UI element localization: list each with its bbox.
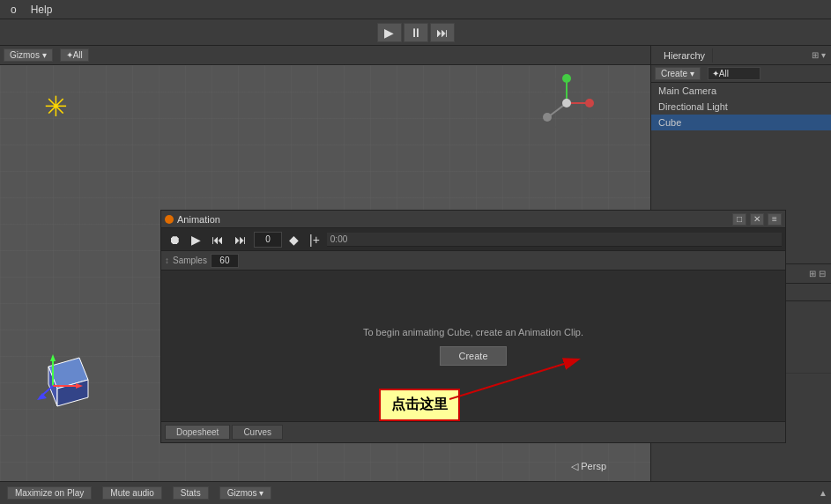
- gizmos-status-button[interactable]: Gizmos ▾: [219, 486, 272, 500]
- animation-header: Animation □ ✕ ≡: [161, 211, 785, 228]
- hierarchy-search[interactable]: [708, 67, 761, 80]
- annotation-box: 点击这里: [379, 389, 460, 421]
- gizmo-navigator[interactable]: Y X Z: [536, 72, 597, 134]
- expand-icon[interactable]: ▲: [819, 488, 827, 498]
- animation-header-buttons: □ ✕ ≡: [732, 213, 782, 226]
- hierarchy-toolbar: Create ▾: [651, 65, 831, 83]
- status-bar: ▲ Maximize on Play Mute audio Stats Gizm…: [0, 481, 831, 504]
- scene-toolbar: Gizmos ▾ ✦All: [0, 46, 650, 65]
- anim-prev-button[interactable]: ⏮: [208, 231, 227, 248]
- svg-text:Y: Y: [563, 75, 568, 83]
- anim-dopesheet-tab[interactable]: Dopesheet: [165, 425, 230, 440]
- cube-object: [35, 349, 97, 411]
- anim-next-button[interactable]: ⏭: [231, 231, 250, 248]
- toolbar: ▶ ⏸ ⏭: [0, 19, 831, 46]
- anim-record-button[interactable]: ⏺: [165, 231, 184, 248]
- anim-curves-tab[interactable]: Curves: [232, 425, 283, 440]
- svg-text:X: X: [586, 100, 591, 107]
- svg-point-19: [562, 99, 571, 107]
- sun-icon: ✳: [44, 90, 68, 123]
- animation-menu-button[interactable]: ≡: [768, 213, 782, 226]
- hierarchy-item-main-camera[interactable]: Main Camera: [651, 83, 831, 99]
- persp-label: ◁ Persp: [571, 461, 606, 472]
- mute-audio-button[interactable]: Mute audio: [102, 486, 161, 500]
- svg-marker-4: [50, 354, 56, 361]
- animation-bottom: Dopesheet Curves: [161, 421, 785, 442]
- menu-window[interactable]: o: [4, 2, 24, 18]
- svg-marker-8: [37, 393, 47, 400]
- animation-toolbar: ⏺ ▶ ⏮ ⏭ ◆ |+ 0:00: [161, 228, 785, 251]
- animation-timeline-ruler: 0:00: [327, 233, 782, 247]
- anim-keyframe-button[interactable]: ◆: [286, 231, 302, 248]
- svg-text:Z: Z: [544, 114, 548, 122]
- annotation-text: 点击这里: [391, 397, 448, 411]
- hierarchy-item-directional-light[interactable]: Directional Light: [651, 99, 831, 115]
- annotation-arrow: [449, 355, 590, 404]
- anim-frame-input[interactable]: [254, 232, 282, 248]
- play-button[interactable]: ▶: [377, 23, 402, 42]
- animation-close-button[interactable]: ✕: [750, 213, 764, 226]
- menu-help[interactable]: Help: [24, 2, 60, 18]
- menu-bar: o Help: [0, 0, 831, 19]
- animation-hint: To begin animating Cube, create an Anima…: [363, 327, 583, 337]
- samples-input[interactable]: [211, 254, 239, 268]
- hierarchy-tab[interactable]: Hierarchy: [657, 48, 713, 63]
- hierarchy-create-button[interactable]: Create ▾: [655, 67, 701, 80]
- hierarchy-header: Hierarchy ⊞ ▾: [651, 46, 831, 65]
- svg-line-21: [449, 364, 564, 399]
- animation-panel: Animation □ ✕ ≡ ⏺ ▶ ⏮ ⏭ ◆ |+ 0:00 ↕ Samp…: [160, 210, 786, 443]
- hierarchy-item-cube[interactable]: Cube: [651, 115, 831, 130]
- pause-button[interactable]: ⏸: [404, 23, 428, 42]
- anim-addkey-button[interactable]: |+: [306, 231, 323, 248]
- gizmos-button[interactable]: Gizmos ▾: [4, 48, 53, 62]
- animation-dot: [165, 215, 174, 224]
- maximize-on-play-button[interactable]: Maximize on Play: [7, 486, 92, 500]
- anim-play-button[interactable]: ▶: [188, 231, 204, 248]
- animation-samples-row: ↕ Samples: [161, 251, 785, 271]
- hierarchy-list: Main Camera Directional Light Cube: [651, 83, 831, 130]
- animation-title: Animation: [165, 214, 220, 225]
- animation-maximize-button[interactable]: □: [732, 213, 746, 226]
- stats-button[interactable]: Stats: [173, 486, 209, 500]
- step-button[interactable]: ⏭: [430, 23, 455, 42]
- all-button[interactable]: ✦All: [60, 48, 89, 62]
